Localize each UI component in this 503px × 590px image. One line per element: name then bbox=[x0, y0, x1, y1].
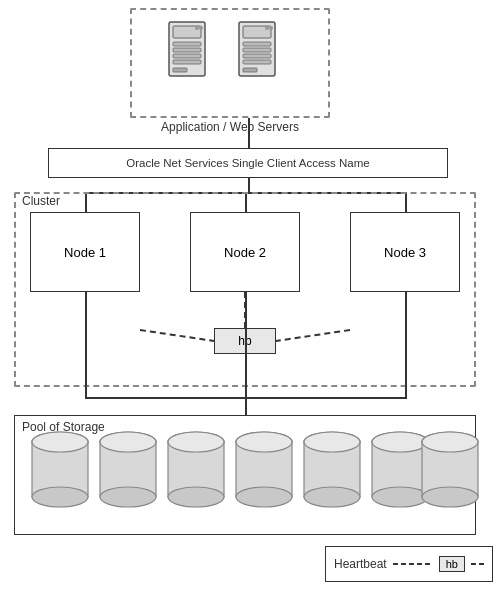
svg-point-7 bbox=[199, 26, 203, 30]
app-servers-label: Application / Web Servers bbox=[120, 120, 340, 134]
legend-dash-icon bbox=[393, 556, 433, 572]
svg-point-44 bbox=[422, 487, 478, 507]
line-node2-bottom bbox=[245, 292, 247, 397]
svg-point-24 bbox=[100, 487, 156, 507]
cylinders-svg bbox=[22, 430, 484, 525]
diagram-container: Application / Web Servers Oracle Net Ser… bbox=[0, 0, 503, 590]
svg-point-41 bbox=[372, 432, 428, 452]
node1-label: Node 1 bbox=[64, 245, 106, 260]
svg-point-15 bbox=[265, 26, 269, 30]
node1-box: Node 1 bbox=[30, 212, 140, 292]
svg-point-32 bbox=[236, 487, 292, 507]
svg-point-21 bbox=[32, 432, 88, 452]
svg-rect-12 bbox=[243, 48, 271, 52]
node2-box: Node 2 bbox=[190, 212, 300, 292]
line-v2 bbox=[248, 178, 250, 192]
svg-rect-5 bbox=[173, 60, 201, 64]
line-v1 bbox=[248, 118, 250, 148]
svg-rect-17 bbox=[243, 68, 257, 72]
svg-point-37 bbox=[304, 432, 360, 452]
svg-point-29 bbox=[168, 432, 224, 452]
node3-label: Node 3 bbox=[384, 245, 426, 260]
svg-rect-8 bbox=[173, 68, 187, 72]
legend-dash-end-icon bbox=[471, 556, 485, 572]
svg-point-16 bbox=[269, 26, 273, 30]
svg-point-45 bbox=[422, 432, 478, 452]
svg-point-40 bbox=[372, 487, 428, 507]
server-icon-left bbox=[163, 18, 211, 80]
svg-point-28 bbox=[168, 487, 224, 507]
svg-rect-11 bbox=[243, 42, 271, 46]
svg-rect-14 bbox=[243, 60, 271, 64]
svg-point-20 bbox=[32, 487, 88, 507]
node2-label: Node 2 bbox=[224, 245, 266, 260]
node3-box: Node 3 bbox=[350, 212, 460, 292]
legend-heartbeat-text: Heartbeat bbox=[334, 557, 387, 571]
legend-hb-label: hb bbox=[446, 558, 458, 570]
svg-point-6 bbox=[195, 26, 199, 30]
svg-rect-2 bbox=[173, 42, 201, 46]
line-v-storage bbox=[245, 397, 247, 415]
app-servers-box bbox=[130, 8, 330, 118]
legend-hb-box: hb bbox=[439, 556, 465, 572]
svg-rect-13 bbox=[243, 54, 271, 58]
svg-point-36 bbox=[304, 487, 360, 507]
oracle-label: Oracle Net Services Single Client Access… bbox=[126, 157, 370, 169]
oracle-net-box: Oracle Net Services Single Client Access… bbox=[48, 148, 448, 178]
svg-point-33 bbox=[236, 432, 292, 452]
cluster-label: Cluster bbox=[22, 194, 60, 208]
line-node1-bottom bbox=[85, 292, 87, 397]
svg-point-25 bbox=[100, 432, 156, 452]
svg-rect-3 bbox=[173, 48, 201, 52]
svg-rect-4 bbox=[173, 54, 201, 58]
legend-box: Heartbeat hb bbox=[325, 546, 493, 582]
line-node3-bottom bbox=[405, 292, 407, 397]
server-icon-right bbox=[233, 18, 281, 80]
